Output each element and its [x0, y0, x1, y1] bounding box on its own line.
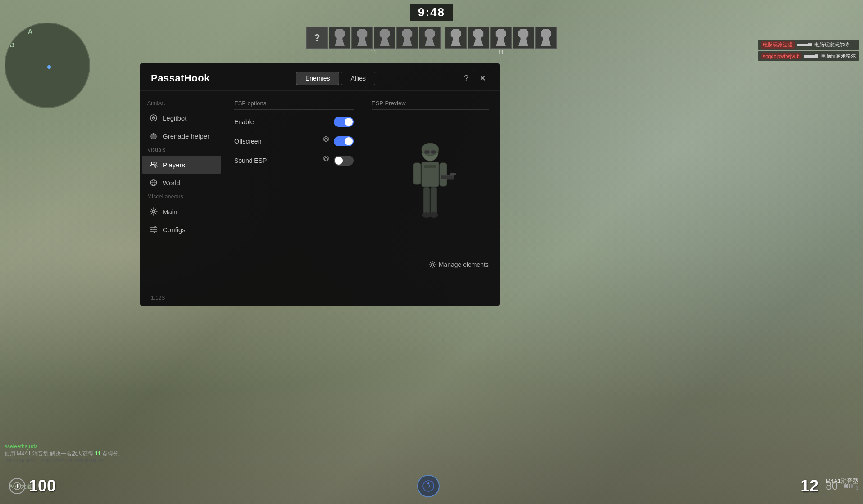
- enable-controls: [334, 117, 354, 127]
- crosshair-logo: [417, 475, 440, 497]
- offscreen-controls: [322, 136, 354, 146]
- version-label: 1.12S: [151, 295, 165, 301]
- player-icon-2: [351, 27, 373, 49]
- help-icon[interactable]: ?: [461, 73, 471, 84]
- panel-footer: 1.12S: [140, 290, 500, 306]
- sound-esp-toggle[interactable]: [334, 156, 354, 166]
- kill-friend-2: 电脑玩家米格尔: [821, 53, 856, 59]
- player-icon-4: [396, 27, 418, 49]
- panel-title: PassatHook: [151, 72, 210, 84]
- health-section: 100: [9, 477, 56, 495]
- player-icon-unknown: ?: [306, 27, 328, 49]
- svg-rect-35: [450, 173, 456, 175]
- kills-value: 12: [800, 477, 818, 495]
- svg-point-13: [153, 117, 154, 118]
- character-preview: [372, 117, 489, 261]
- sound-esp-controls: [322, 155, 354, 166]
- option-row-enable: Enable: [234, 117, 354, 127]
- chat-points: 11: [95, 450, 101, 457]
- kill-friend-1: 电脑玩家沃尔特: [814, 41, 849, 48]
- sidebar-item-world[interactable]: World: [142, 174, 221, 192]
- svg-rect-33: [440, 163, 447, 186]
- player-icon-r3: [490, 27, 512, 49]
- player-icon-r4: [513, 27, 534, 49]
- option-row-sound-esp: Sound ESP: [234, 155, 354, 166]
- sidebar-item-players[interactable]: Players: [142, 156, 221, 174]
- sidebar-section-aimbot: Aimbot: [140, 98, 223, 109]
- overlay-panel: PassatHook Enemies Allies ? ✕ Aimbot: [140, 63, 500, 306]
- panel-body: Aimbot Legitbot: [140, 91, 500, 290]
- grenade-helper-label: Grenade helper: [163, 132, 209, 140]
- player-icon-r5: [535, 27, 557, 49]
- svg-rect-36: [423, 187, 430, 214]
- manage-elements-btn[interactable]: Manage elements: [429, 261, 489, 268]
- kill-enemy-2: soqdz pwfbsjvub: [761, 53, 801, 59]
- hud-top: 9:48 ?: [0, 0, 863, 63]
- kill-feed: 电脑玩家达盛 电脑玩家沃尔特 soqdz pwfbsjvub 电脑玩家米格尔: [758, 40, 859, 61]
- enable-label: Enable: [234, 118, 254, 126]
- enable-toggle[interactable]: [334, 117, 354, 127]
- kill-enemy-1: 电脑玩家达盛: [761, 41, 795, 49]
- svg-point-39: [429, 212, 438, 218]
- svg-point-17: [151, 162, 154, 165]
- character-svg: [401, 140, 459, 238]
- configs-label: Configs: [163, 226, 186, 234]
- chat-player-name: sseleethajuds: [5, 443, 37, 450]
- crosshair-section: [417, 475, 440, 497]
- esp-preview-title: ESP Preview: [372, 100, 489, 110]
- offscreen-label: Offscreen: [234, 138, 261, 145]
- esp-options-section: ESP options Enable Offscreen: [234, 100, 354, 281]
- offscreen-toggle-knob: [345, 137, 353, 145]
- minimap-player-dot: [47, 65, 51, 69]
- player-count-left: 11: [370, 50, 376, 56]
- svg-point-40: [431, 263, 434, 266]
- sound-esp-toggle-knob: [335, 157, 343, 165]
- svg-point-23: [155, 227, 156, 228]
- world-label: World: [163, 179, 180, 187]
- player-icon-r2: [468, 27, 489, 49]
- grenade-icon: [149, 131, 158, 140]
- hud-bottom: 100 12 80: [0, 468, 863, 504]
- offscreen-toggle[interactable]: [334, 136, 354, 146]
- offscreen-gear-icon[interactable]: [322, 136, 330, 146]
- svg-point-24: [152, 229, 153, 230]
- tab-allies[interactable]: Allies: [341, 72, 375, 85]
- svg-rect-3: [815, 54, 818, 55]
- player-icon-r1: [445, 27, 467, 49]
- panel-content: ESP options Enable Offscreen: [223, 91, 500, 290]
- sidebar-item-legitbot[interactable]: Legitbot: [142, 109, 221, 127]
- kill-row-1: 电脑玩家达盛 电脑玩家沃尔特: [758, 40, 859, 50]
- sidebar-section-visuals: Visuals: [140, 145, 223, 156]
- sidebar-item-configs[interactable]: Configs: [142, 220, 221, 238]
- player-icon-1: [329, 27, 350, 49]
- sidebar-item-grenade-helper[interactable]: Grenade helper: [142, 127, 221, 145]
- svg-rect-32: [413, 163, 421, 184]
- player-group-right: 11: [445, 27, 557, 56]
- sidebar-item-main[interactable]: Main: [142, 202, 221, 220]
- option-row-offscreen: Offscreen: [234, 136, 354, 146]
- main-label: Main: [163, 208, 177, 216]
- player-icon-5: [419, 27, 441, 49]
- manage-elements-label: Manage elements: [439, 261, 489, 268]
- panel-header-icons: ? ✕: [461, 72, 489, 84]
- tab-enemies[interactable]: Enemies: [296, 72, 339, 85]
- chat-line-1: sseleethajuds: [5, 443, 124, 450]
- svg-point-18: [154, 162, 157, 165]
- chat-line-2: 使用 M4A1 消音型 解决一名敌人获得 11 点得分。: [5, 450, 124, 458]
- close-icon[interactable]: ✕: [477, 72, 489, 84]
- chat-area: sseleethajuds 使用 M4A1 消音型 解决一名敌人获得 11 点得…: [5, 443, 124, 464]
- svg-rect-16: [153, 133, 154, 135]
- panel-tabs: Enemies Allies: [296, 72, 375, 85]
- esp-options-title: ESP options: [234, 100, 354, 110]
- player-count-right: 11: [498, 50, 504, 56]
- svg-rect-37: [431, 187, 437, 214]
- svg-point-25: [154, 231, 155, 233]
- weapon-slot: 1: [826, 485, 858, 490]
- weapon-bottom-right: M4A1消音型 1: [826, 477, 858, 490]
- kill-row-2: soqdz pwfbsjvub 电脑玩家米格尔: [758, 51, 859, 61]
- kill-weapon-1: [796, 42, 813, 48]
- player-icon-3: [374, 27, 395, 49]
- timer: 9:48: [410, 4, 453, 21]
- players-label: Players: [163, 161, 185, 169]
- sound-esp-gear-icon[interactable]: [322, 155, 330, 166]
